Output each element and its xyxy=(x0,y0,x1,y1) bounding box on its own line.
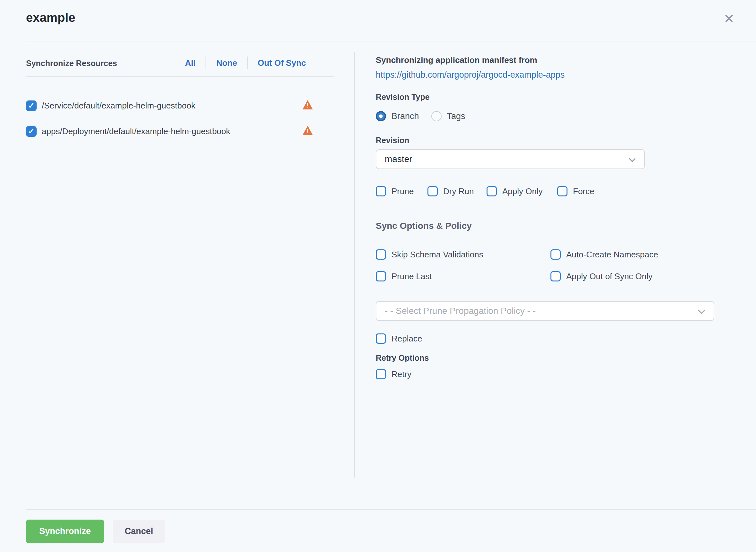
filter-separator xyxy=(247,56,248,69)
tags-radio[interactable] xyxy=(431,111,442,121)
manifest-heading: Synchronizing application manifest from xyxy=(376,55,537,65)
footer-divider xyxy=(26,509,756,510)
option-prune: Prune xyxy=(376,185,414,197)
branch-radio-label[interactable]: Branch xyxy=(392,111,419,121)
revision-select-value: master xyxy=(385,154,412,164)
resource-checkbox[interactable] xyxy=(26,101,36,111)
filter-out-of-sync-link[interactable]: Out Of Sync xyxy=(257,58,306,68)
force-checkbox[interactable] xyxy=(557,186,567,196)
option-prune-last: Prune Last xyxy=(376,271,432,282)
radio-option-tags: Tags xyxy=(431,111,465,121)
sync-options-heading: Sync Options & Policy xyxy=(376,221,472,231)
resource-checkbox[interactable] xyxy=(26,126,36,137)
prune-label[interactable]: Prune xyxy=(392,186,414,196)
option-force: Force xyxy=(557,185,594,197)
resource-row: /Service/default/example-helm-guestbook xyxy=(26,100,315,111)
panel-divider xyxy=(354,52,355,477)
radio-option-branch: Branch xyxy=(376,111,419,121)
close-button[interactable]: ✕ xyxy=(721,10,737,27)
resource-row: apps/Deployment/default/example-helm-gue… xyxy=(26,126,315,137)
apply-out-of-sync-only-label[interactable]: Apply Out of Sync Only xyxy=(566,272,653,281)
retry-label[interactable]: Retry xyxy=(392,369,411,379)
tags-radio-label[interactable]: Tags xyxy=(447,111,465,121)
close-icon: ✕ xyxy=(724,12,735,25)
skip-schema-validations-checkbox[interactable] xyxy=(376,249,386,260)
replace-checkbox[interactable] xyxy=(376,333,386,344)
revision-select[interactable]: master xyxy=(376,149,645,169)
synchronize-resources-label: Synchronize Resources xyxy=(26,59,117,68)
apply-only-label[interactable]: Apply Only xyxy=(502,186,543,196)
resources-header-underline xyxy=(26,77,334,77)
filter-all-link[interactable]: All xyxy=(185,58,196,68)
warning-icon xyxy=(303,126,313,135)
cancel-button[interactable]: Cancel xyxy=(113,520,165,543)
prune-propagation-policy-placeholder: - - Select Prune Propagation Policy - - xyxy=(385,306,536,316)
filter-none-link[interactable]: None xyxy=(216,58,237,68)
resource-label: apps/Deployment/default/example-helm-gue… xyxy=(42,126,230,136)
revision-type-label: Revision Type xyxy=(376,93,430,102)
dialog-title: example xyxy=(26,11,76,25)
skip-schema-validations-label[interactable]: Skip Schema Validations xyxy=(392,250,483,260)
option-dry-run: Dry Run xyxy=(427,185,474,197)
prune-checkbox[interactable] xyxy=(376,186,386,196)
option-apply-out-of-sync-only: Apply Out of Sync Only xyxy=(550,271,653,282)
retry-checkbox[interactable] xyxy=(376,369,386,379)
filter-separator xyxy=(206,56,206,69)
apply-out-of-sync-only-checkbox[interactable] xyxy=(550,271,561,281)
footer-buttons: Synchronize Cancel xyxy=(26,520,165,543)
option-apply-only: Apply Only xyxy=(487,185,543,197)
chevron-down-icon xyxy=(698,307,705,314)
auto-create-namespace-label[interactable]: Auto-Create Namespace xyxy=(566,250,658,260)
resource-label: /Service/default/example-helm-guestbook xyxy=(42,101,195,111)
force-label[interactable]: Force xyxy=(573,186,594,196)
option-auto-create-namespace: Auto-Create Namespace xyxy=(550,249,658,260)
retry-options-heading: Retry Options xyxy=(376,353,429,363)
option-skip-schema-validations: Skip Schema Validations xyxy=(376,249,483,260)
apply-only-checkbox[interactable] xyxy=(487,186,497,196)
prune-propagation-policy-select[interactable]: - - Select Prune Propagation Policy - - xyxy=(376,301,714,321)
branch-radio[interactable] xyxy=(376,111,386,121)
chevron-down-icon xyxy=(629,155,636,162)
dry-run-label[interactable]: Dry Run xyxy=(443,186,474,196)
option-replace: Replace xyxy=(376,333,422,344)
resource-filters: All None Out Of Sync xyxy=(185,55,306,70)
prune-last-label[interactable]: Prune Last xyxy=(392,272,432,281)
synchronize-button[interactable]: Synchronize xyxy=(26,520,104,543)
auto-create-namespace-checkbox[interactable] xyxy=(550,249,561,260)
header-divider xyxy=(26,41,756,41)
manifest-url-link[interactable]: https://github.com/argoproj/argocd-examp… xyxy=(376,70,565,80)
revision-type-radio-group: Branch Tags xyxy=(376,111,465,121)
dry-run-checkbox[interactable] xyxy=(427,186,438,196)
prune-last-checkbox[interactable] xyxy=(376,271,386,281)
option-retry: Retry xyxy=(376,369,411,380)
replace-label[interactable]: Replace xyxy=(392,334,422,344)
revision-label: Revision xyxy=(376,136,409,145)
warning-icon xyxy=(303,100,313,110)
